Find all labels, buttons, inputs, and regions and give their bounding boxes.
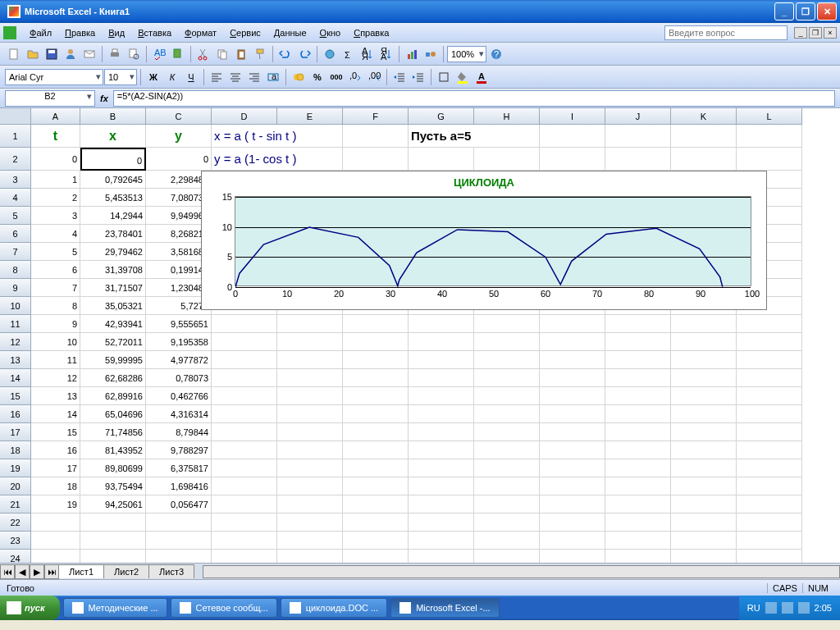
cell-G23[interactable] (409, 532, 474, 550)
menu-Формат[interactable]: Формат (178, 25, 223, 40)
cell-F11[interactable] (343, 315, 409, 333)
cell-B6[interactable]: 23,78401 (80, 225, 146, 243)
cell-C1[interactable]: y (146, 125, 212, 148)
menu-Вид[interactable]: Вид (102, 25, 131, 40)
cell-K24[interactable] (671, 550, 737, 563)
cell-A18[interactable]: 16 (31, 441, 80, 459)
align-center-button[interactable] (226, 68, 244, 86)
cell-B2[interactable]: 0 (80, 148, 146, 171)
zoom-combo[interactable]: 100% (447, 46, 486, 62)
align-right-button[interactable] (245, 68, 263, 86)
cell-E17[interactable] (277, 423, 343, 441)
cell-H13[interactable] (474, 351, 540, 369)
cell-H18[interactable] (474, 441, 540, 459)
redo-button[interactable] (295, 45, 313, 63)
cell-J14[interactable] (605, 369, 671, 387)
cell-C22[interactable] (146, 514, 212, 532)
cell-E14[interactable] (277, 369, 343, 387)
cell-L12[interactable] (737, 333, 802, 351)
menu-Сервис[interactable]: Сервис (223, 25, 267, 40)
cell-A3[interactable]: 1 (31, 171, 80, 189)
cell-I12[interactable] (540, 333, 605, 351)
percent-button[interactable]: % (308, 68, 326, 86)
cell-D22[interactable] (212, 514, 277, 532)
cell-D16[interactable] (212, 405, 277, 423)
chart-wizard-button[interactable] (403, 45, 421, 63)
select-all-corner[interactable] (0, 108, 31, 125)
cell-C13[interactable]: 4,977872 (146, 351, 212, 369)
cell-L2[interactable] (737, 148, 802, 171)
row-header-4[interactable]: 4 (0, 189, 31, 207)
cell-A21[interactable]: 19 (31, 495, 80, 514)
row-header-12[interactable]: 12 (0, 333, 31, 351)
cell-A13[interactable]: 11 (31, 351, 80, 369)
paste-button[interactable] (232, 45, 250, 63)
cell-L23[interactable] (737, 532, 802, 550)
cell-H20[interactable] (474, 477, 540, 495)
cell-I23[interactable] (540, 532, 605, 550)
cell-G19[interactable] (409, 459, 474, 477)
cell-B11[interactable]: 42,93941 (80, 315, 146, 333)
cell-E22[interactable] (277, 514, 343, 532)
sort-desc-button[interactable]: ЯА (377, 45, 395, 63)
cell-I21[interactable] (540, 495, 605, 514)
cell-G24[interactable] (409, 550, 474, 563)
cell-A9[interactable]: 7 (31, 279, 80, 297)
cell-H21[interactable] (474, 495, 540, 514)
cell-A1[interactable]: t (31, 125, 80, 148)
cell-F15[interactable] (343, 387, 409, 405)
cell-D21[interactable] (212, 495, 277, 514)
bold-button[interactable]: Ж (144, 68, 162, 86)
cell-J2[interactable] (605, 148, 671, 171)
cell-G12[interactable] (409, 333, 474, 351)
cell-A22[interactable] (31, 514, 80, 532)
copy-button[interactable] (213, 45, 231, 63)
cell-K23[interactable] (671, 532, 737, 550)
cell-B14[interactable]: 62,68286 (80, 369, 146, 387)
row-header-18[interactable]: 18 (0, 441, 31, 459)
cell-I24[interactable] (540, 550, 605, 563)
cell-J15[interactable] (605, 387, 671, 405)
cell-I2[interactable] (540, 148, 605, 171)
menu-Файл[interactable]: Файл (23, 25, 58, 40)
cell-J1[interactable] (605, 125, 671, 148)
formula-input[interactable]: =5*(A2-SIN(A2)) (113, 90, 835, 107)
clock[interactable]: 2:05 (815, 603, 832, 613)
col-header-B[interactable]: B (80, 108, 146, 125)
menu-Окно[interactable]: Окно (313, 25, 348, 40)
cell-J20[interactable] (605, 477, 671, 495)
cell-E23[interactable] (277, 532, 343, 550)
row-header-7[interactable]: 7 (0, 243, 31, 261)
cell-L22[interactable] (737, 514, 802, 532)
cell-D19[interactable] (212, 459, 277, 477)
cell-I19[interactable] (540, 459, 605, 477)
col-header-J[interactable]: J (605, 108, 671, 125)
cell-D14[interactable] (212, 369, 277, 387)
cell-A7[interactable]: 5 (31, 243, 80, 261)
tray-icon[interactable] (782, 602, 793, 614)
cell-I14[interactable] (540, 369, 605, 387)
cell-G15[interactable] (409, 387, 474, 405)
cell-B15[interactable]: 62,89916 (80, 387, 146, 405)
cell-J22[interactable] (605, 514, 671, 532)
cell-E11[interactable] (277, 315, 343, 333)
cell-G11[interactable] (409, 315, 474, 333)
row-header-5[interactable]: 5 (0, 207, 31, 225)
row-header-9[interactable]: 9 (0, 279, 31, 297)
cell-I18[interactable] (540, 441, 605, 459)
cell-L19[interactable] (737, 459, 802, 477)
row-header-6[interactable]: 6 (0, 225, 31, 243)
cell-B13[interactable]: 59,99995 (80, 351, 146, 369)
tab-nav-prev[interactable]: ◀ (15, 564, 30, 579)
cell-B17[interactable]: 71,74856 (80, 423, 146, 441)
research-button[interactable] (169, 45, 187, 63)
cell-G16[interactable] (409, 405, 474, 423)
cell-I11[interactable] (540, 315, 605, 333)
cell-A15[interactable]: 13 (31, 387, 80, 405)
cell-I13[interactable] (540, 351, 605, 369)
col-header-C[interactable]: C (146, 108, 212, 125)
mdi-minimize-button[interactable]: _ (794, 27, 807, 39)
cell-E16[interactable] (277, 405, 343, 423)
cell-C12[interactable]: 9,195358 (146, 333, 212, 351)
cell-A8[interactable]: 6 (31, 261, 80, 279)
